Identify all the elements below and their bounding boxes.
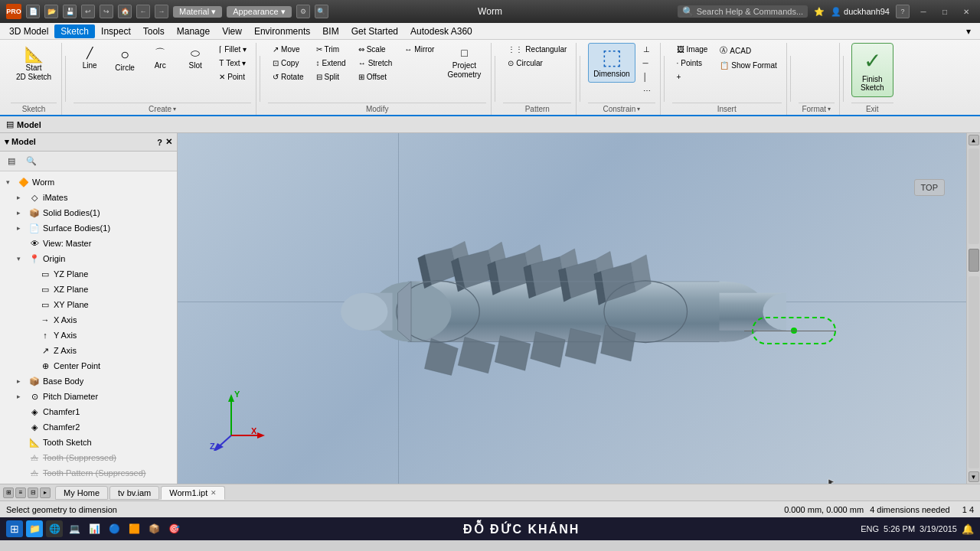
search-placeholder[interactable]: Search Help & Commands... [697, 7, 803, 16]
close-btn[interactable]: ✕ [959, 5, 974, 18]
tree-item-lefttooth[interactable]: 🔶Left Tooth [0, 481, 177, 484]
menu-3d-model[interactable]: 3D Model [3, 24, 54, 38]
create-dropdown-arrow[interactable]: ▾ [173, 106, 176, 112]
tab-nav-icons-btn[interactable]: ⊞ [3, 487, 14, 498]
quick-access-new[interactable]: 📄 [26, 5, 40, 18]
text-btn[interactable]: T Text ▾ [214, 57, 251, 70]
tree-item-solidbodies(1)[interactable]: ▸📦Solid Bodies(1) [0, 205, 177, 220]
copy-btn[interactable]: ⊡ Copy [268, 57, 308, 70]
menu-bim[interactable]: BIM [316, 24, 345, 38]
project-geometry-btn[interactable]: □ ProjectGeometry [442, 43, 486, 83]
tb-icon-1[interactable]: ⚙ [296, 5, 310, 18]
format-dropdown[interactable]: ▾ [828, 106, 831, 112]
quick-access-home[interactable]: 🏠 [118, 5, 132, 18]
scale-btn[interactable]: ⇔ Scale [354, 43, 397, 56]
insert-plus-btn[interactable]: + [672, 70, 713, 83]
scroll-down-btn[interactable]: ▼ [969, 471, 979, 482]
split-btn[interactable]: ⊟ Split [312, 70, 351, 83]
tree-item-pitchdiameter[interactable]: ▸⊙Pitch Diameter [0, 389, 177, 404]
quick-access-back[interactable]: ← [136, 5, 150, 18]
tab-worm1-close[interactable]: ✕ [211, 489, 217, 497]
menu-inspect[interactable]: Inspect [95, 24, 137, 38]
rectangular-btn[interactable]: ⋮⋮ Rectangular [503, 43, 571, 56]
menu-autodesk-a360[interactable]: Autodesk A360 [404, 24, 479, 38]
tree-item-view:master[interactable]: 👁View: Master [0, 236, 177, 251]
tree-item-chamfer2[interactable]: ◈Chamfer2 [0, 419, 177, 435]
panel-filter-btn[interactable]: ▤ [3, 154, 20, 169]
tree-item-toothpattern(suppressed)[interactable]: ⚠Tooth Pattern (Suppressed) [0, 465, 177, 481]
finish-sketch-btn[interactable]: ✓ FinishSketch [851, 43, 893, 97]
tree-expand-arrow[interactable]: ▾ [6, 178, 15, 186]
tree-item-centerpoint[interactable]: ⊕Center Point [0, 358, 177, 373]
slot-btn[interactable]: ⬭ Slot [179, 43, 211, 74]
fillet-btn[interactable]: ⌈ Fillet ▾ [214, 43, 251, 56]
tab-nav-arrow-btn[interactable]: ▸ [40, 487, 51, 498]
taskbar-app7[interactable]: 📦 [145, 520, 162, 537]
tree-expand-arrow[interactable]: ▸ [17, 209, 26, 217]
image-btn[interactable]: 🖼 Image [672, 43, 713, 56]
tree-expand-arrow[interactable]: ▸ [17, 393, 26, 400]
dimension-btn[interactable]: ⬚ Dimension [588, 43, 635, 83]
move-btn[interactable]: ↗ Move [268, 43, 308, 56]
panel-close-icon[interactable]: ✕ [165, 137, 172, 147]
quick-access-redo[interactable]: ↪ [100, 5, 113, 18]
taskbar-notification-icon[interactable]: 🔔 [962, 523, 974, 535]
menu-sketch[interactable]: Sketch [54, 24, 95, 38]
panel-help-icon[interactable]: ? [157, 138, 162, 147]
tree-item-basebody[interactable]: ▸📦Base Body [0, 373, 177, 389]
taskbar-chrome[interactable]: 🔵 [106, 520, 122, 537]
tree-item-xyplane[interactable]: ▭XY Plane [0, 297, 177, 312]
taskbar-app8[interactable]: 🎯 [165, 520, 182, 537]
tree-item-worm[interactable]: ▾🔶Worm [0, 174, 177, 190]
quick-access-undo[interactable]: ↩ [81, 5, 95, 18]
show-format-btn[interactable]: 📋 Show Format [715, 59, 781, 72]
tree-expand-arrow[interactable]: ▸ [17, 224, 26, 232]
constrain-more[interactable]: ⋯ [639, 84, 655, 97]
offset-btn[interactable]: ⊞ Offset [354, 70, 397, 83]
tree-item-xaxis[interactable]: →X Axis [0, 312, 177, 328]
taskbar-app4[interactable]: 📊 [86, 520, 103, 537]
tree-expand-arrow[interactable]: ▸ [17, 377, 26, 385]
tab-nav-more-btn[interactable]: ⊟ [28, 487, 38, 498]
constrain-coincident[interactable]: ⊥ [639, 43, 655, 56]
arc-btn[interactable]: ⌒ Arc [144, 43, 176, 74]
viewport[interactable]: TOP [178, 133, 966, 484]
menu-get-started[interactable]: Get Started [345, 24, 404, 38]
taskbar-file-explorer[interactable]: 📁 [26, 520, 43, 537]
scroll-up-btn[interactable]: ▲ [969, 135, 979, 145]
tree-item-surfacebodies(1)[interactable]: ▸📄Surface Bodies(1) [0, 220, 177, 236]
tab-nav-list-btn[interactable]: ≡ [15, 487, 26, 498]
taskbar-start-btn[interactable]: ⊞ [6, 520, 23, 537]
constrain-dropdown[interactable]: ▾ [637, 106, 640, 112]
scroll-thumb[interactable] [969, 249, 979, 272]
tree-item-chamfer1[interactable]: ◈Chamfer1 [0, 404, 177, 419]
tree-item-yzplane[interactable]: ▭YZ Plane [0, 266, 177, 282]
user-star[interactable]: ⭐ [814, 7, 825, 17]
line-btn[interactable]: ╱ Line [74, 43, 106, 74]
tree-expand-arrow[interactable]: ▾ [17, 255, 26, 262]
tb-icon-2[interactable]: 🔍 [315, 5, 328, 18]
mirror-btn[interactable]: ↔ Mirror [400, 43, 439, 56]
taskbar-app3[interactable]: 💻 [66, 520, 83, 537]
acad-btn[interactable]: Ⓐ ACAD [715, 43, 781, 58]
constrain-vertical[interactable]: │ [639, 70, 655, 83]
menu-tools[interactable]: Tools [137, 24, 171, 38]
material-dropdown[interactable]: Material ▾ [173, 6, 222, 18]
extend-btn[interactable]: ↕ Extend [312, 57, 351, 70]
maximize-btn[interactable]: □ [937, 5, 952, 18]
panel-collapse-icon[interactable]: ▾ [5, 137, 9, 146]
tree-item-imates[interactable]: ▸◇iMates [0, 190, 177, 205]
minimize-btn[interactable]: ─ [916, 5, 931, 18]
tree-item-yaxis[interactable]: ↑Y Axis [0, 328, 177, 343]
taskbar-browser[interactable]: 🌐 [46, 520, 63, 537]
rotate-btn[interactable]: ↺ Rotate [268, 70, 308, 83]
panel-search-btn[interactable]: 🔍 [23, 154, 40, 169]
help-btn[interactable]: ? [896, 5, 910, 18]
trim-btn[interactable]: ✂ Trim [312, 43, 351, 56]
tab-worm1[interactable]: Worm1.ipt ✕ [161, 486, 225, 500]
quick-access-open[interactable]: 📂 [44, 5, 58, 18]
quick-access-forward[interactable]: → [155, 5, 168, 18]
point-btn[interactable]: ✕ Point [214, 70, 251, 83]
quick-access-save[interactable]: 💾 [63, 5, 77, 18]
constrain-horizontal[interactable]: ─ [639, 57, 655, 70]
